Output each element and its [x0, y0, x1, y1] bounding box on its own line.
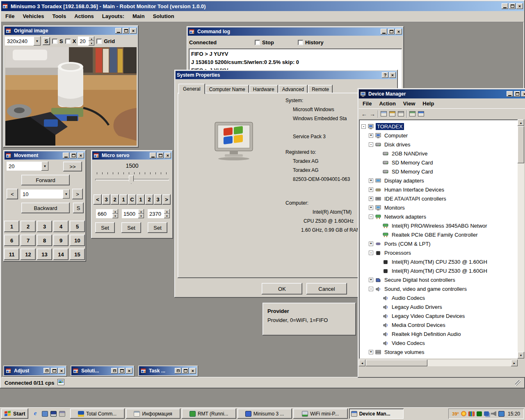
menu-item-action[interactable]: Action — [375, 99, 399, 108]
desktop-icon[interactable] — [42, 411, 48, 417]
servo-spinner-1[interactable]: 1500▲▼ — [122, 209, 144, 218]
maximize-button[interactable] — [70, 153, 77, 158]
resize-grip[interactable] — [515, 380, 520, 386]
system-properties-titlebar[interactable]: System Properties ? × — [176, 71, 397, 79]
maximize-button[interactable] — [123, 28, 129, 34]
movement-preset-2[interactable]: 2 — [21, 221, 36, 232]
tree-item-legacy-audio-drivers[interactable]: Legacy Audio Drivers — [359, 302, 518, 311]
movement-preset-11[interactable]: 11 — [4, 249, 19, 260]
resolution-combobox[interactable]: 320x240 ▼ — [5, 37, 41, 46]
expand-icon[interactable]: + — [369, 205, 373, 210]
servo-step-2-6[interactable]: 2 — [145, 194, 153, 205]
movement-preset-4[interactable]: 4 — [53, 221, 68, 232]
tree-item-human-interface-devices[interactable]: +Human Interface Devices — [359, 185, 518, 194]
taskbar-button-minisumo-3[interactable]: Minisumo 3 ... — [237, 409, 292, 419]
show-console-tree-icon[interactable] — [381, 111, 387, 116]
screens-icon[interactable] — [484, 411, 489, 416]
menu-item-file[interactable]: File — [359, 99, 375, 108]
minimized-window-adjust[interactable]: Adjust× — [4, 366, 66, 375]
maximize-button[interactable] — [182, 368, 189, 374]
help-button[interactable]: ? — [382, 72, 388, 78]
grid-checkbox[interactable]: Grid — [96, 38, 115, 44]
window-icon[interactable] — [59, 411, 65, 417]
servo-step-3-7[interactable]: 3 — [154, 194, 162, 205]
tree-item-monitors[interactable]: +Monitors — [359, 203, 518, 212]
close-button[interactable]: × — [189, 368, 196, 374]
tree-item-audio-codecs[interactable]: Audio Codecs — [359, 293, 518, 302]
display-icon[interactable] — [498, 411, 504, 417]
fast-button[interactable]: >> — [63, 162, 82, 171]
forward-button[interactable]: Forward — [21, 175, 70, 185]
menu-item-view[interactable]: View — [399, 99, 419, 108]
close-button[interactable]: × — [164, 153, 171, 158]
servo-set-button-2[interactable]: Set — [148, 222, 167, 233]
minimize-button[interactable] — [502, 3, 508, 9]
tree-item-legacy-video-capture-devices[interactable]: Legacy Video Capture Devices — [359, 311, 518, 320]
minimize-button[interactable] — [115, 28, 122, 34]
servo-step-3-1[interactable]: 3 — [102, 194, 110, 205]
servo-step-item-8[interactable]: > — [162, 194, 171, 205]
movement-preset-10[interactable]: 10 — [70, 235, 85, 246]
close-button[interactable]: × — [78, 153, 84, 158]
tree-item-secure-digital-host-controllers[interactable]: +Secure Digital host controllers — [359, 275, 518, 284]
expand-icon[interactable]: + — [369, 278, 373, 282]
print-icon[interactable] — [398, 111, 404, 116]
tree-item-computer[interactable]: +Computer — [359, 131, 518, 140]
tree-item-ports-com-lpt[interactable]: +Ports (COM & LPT) — [359, 239, 518, 248]
horizontal-scrollbar[interactable]: ◄ ► — [359, 360, 518, 366]
servo-step-item-0[interactable]: < — [94, 194, 102, 205]
collapse-icon[interactable]: - — [369, 142, 373, 147]
close-button[interactable]: × — [521, 91, 525, 97]
restore-button[interactable] — [43, 368, 50, 374]
speed-combobox[interactable]: 20 ▼ — [7, 162, 48, 171]
tree-item-display-adapters[interactable]: +Display adapters — [359, 176, 518, 185]
menu-item-file[interactable]: File — [1, 11, 18, 21]
collapse-icon[interactable]: - — [369, 287, 373, 291]
collapse-icon[interactable]: - — [369, 215, 373, 219]
tree-item-ide-ata-atapi-controllers[interactable]: +IDE ATA/ATAPI controllers — [359, 194, 518, 203]
properties-icon[interactable] — [389, 111, 395, 116]
maximize-button[interactable] — [514, 91, 520, 97]
tree-item-realtek-pcie-gbe-family-controller[interactable]: Realtek PCIe GBE Family Controller — [359, 230, 518, 239]
tree-item-disk-drives[interactable]: -Disk drives — [359, 140, 518, 149]
movement-titlebar[interactable]: Movement × — [5, 151, 85, 160]
turn-right-button[interactable]: > — [72, 189, 83, 199]
main-titlebar[interactable]: Minisumo 3 Toradex [192.168.0.36] - Main… — [1, 1, 524, 11]
threshold-spinner[interactable]: 20 ▲▼ — [78, 37, 94, 46]
tree-item-processors[interactable]: -Processors — [359, 248, 518, 257]
movement-preset-3[interactable]: 3 — [37, 221, 52, 232]
taskbar-button-rmt-runni[interactable]: RMT (Runni... — [182, 409, 236, 419]
expand-icon[interactable]: + — [369, 187, 373, 192]
tree-item-storage-volumes[interactable]: +Storage volumes — [359, 347, 518, 356]
movement-preset-1[interactable]: 1 — [4, 221, 19, 232]
collapse-icon[interactable]: - — [361, 124, 366, 129]
micro-servo-titlebar[interactable]: Micro servo × — [92, 151, 172, 160]
minimized-window-soluti[interactable]: Soluti...× — [71, 366, 133, 375]
help-icon[interactable] — [409, 111, 415, 116]
cancel-button[interactable]: Cancel — [306, 283, 347, 294]
menu-item-tools[interactable]: Tools — [48, 11, 70, 21]
servo-step-c-4[interactable]: C — [128, 194, 136, 205]
movement-preset-15[interactable]: 15 — [70, 249, 85, 260]
ie-icon[interactable] — [33, 411, 39, 417]
restore-button[interactable] — [175, 368, 181, 374]
restore-button[interactable] — [111, 368, 118, 374]
movement-preset-7[interactable]: 7 — [21, 235, 36, 246]
tree-item-sound-video-and-game-controllers[interactable]: -Sound, video and game controllers — [359, 284, 518, 293]
minimize-button[interactable] — [63, 153, 69, 158]
tree-item-media-control-devices[interactable]: Media Control Devices — [359, 320, 518, 329]
ok-button[interactable]: OK — [262, 283, 302, 294]
sun-icon[interactable] — [461, 411, 466, 416]
slider-thumb[interactable] — [129, 176, 134, 184]
arrows-icon[interactable] — [477, 411, 482, 416]
servo-step-1-3[interactable]: 1 — [119, 194, 128, 205]
minimized-window-task[interactable]: Task ...× — [139, 366, 197, 375]
maximize-button[interactable] — [51, 368, 57, 374]
tree-item-intel-r-pro-wireless-3945abg-networ[interactable]: Intel(R) PRO/Wireless 3945ABG Networ — [359, 221, 518, 230]
vertical-scrollbar[interactable]: ▲ ▼ — [518, 119, 524, 358]
tree-item-toradex[interactable]: -TORADEX — [359, 122, 518, 131]
tree-item-sd-memory-card[interactable]: SD Memory Card — [359, 158, 518, 167]
command-log-titlebar[interactable]: Command log × — [188, 27, 403, 36]
collapse-icon[interactable]: - — [369, 251, 373, 255]
movement-preset-14[interactable]: 14 — [53, 249, 68, 260]
